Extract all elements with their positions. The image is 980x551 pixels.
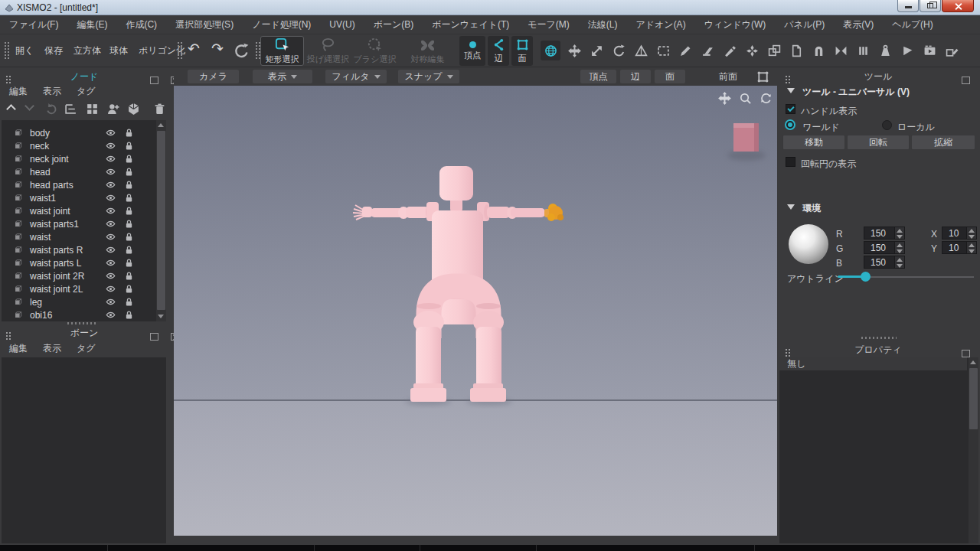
lock-icon[interactable]	[124, 128, 134, 138]
trash-icon[interactable]	[153, 103, 166, 116]
visibility-eye-icon[interactable]	[106, 297, 116, 307]
film-icon[interactable]	[923, 44, 936, 57]
sphere-button[interactable]: 球体	[109, 44, 128, 57]
chisel-icon[interactable]	[724, 44, 737, 57]
menu-panel[interactable]: パネル(P)	[784, 18, 825, 31]
pencil-icon[interactable]	[679, 44, 692, 57]
add-node-icon[interactable]	[107, 103, 120, 116]
lock-icon[interactable]	[124, 310, 134, 320]
spinner-arrows-icon[interactable]	[894, 227, 904, 239]
env-y-spinner[interactable]: 10	[942, 241, 977, 254]
menu-view[interactable]: 表示(V)	[843, 18, 874, 31]
brush-select-tool[interactable]: ブラシ選択	[353, 36, 397, 66]
spinner-arrows-icon[interactable]	[966, 227, 976, 239]
node-row[interactable]: waist	[2, 230, 156, 243]
node-menu-tag[interactable]: タグ	[77, 85, 96, 98]
panel-resize-handle[interactable]	[861, 337, 897, 339]
lock-icon[interactable]	[124, 258, 134, 268]
viewport-canvas[interactable]	[174, 86, 777, 536]
scale-button[interactable]: 拡縮	[911, 135, 975, 150]
cube-icon[interactable]	[127, 103, 140, 116]
menu-normal[interactable]: 法線(L)	[588, 18, 618, 31]
lock-icon[interactable]	[124, 232, 134, 242]
menu-file[interactable]: ファイル(F)	[9, 18, 58, 31]
edge-mode-button[interactable]: 辺	[488, 36, 509, 66]
visibility-eye-icon[interactable]	[106, 219, 116, 229]
menu-selection-process[interactable]: 選択部処理(S)	[175, 18, 234, 31]
node-menu-edit[interactable]: 編集	[9, 85, 28, 98]
spinner-arrows-icon[interactable]	[894, 256, 904, 268]
menu-node-process[interactable]: ノード処理(N)	[252, 18, 311, 31]
lock-icon[interactable]	[124, 193, 134, 203]
node-row[interactable]: waist joint 2R	[2, 269, 156, 282]
node-row[interactable]: waist parts R	[2, 243, 156, 256]
node-row[interactable]: waist joint 2L	[2, 282, 156, 295]
panel-resize-handle[interactable]	[67, 322, 98, 324]
visibility-eye-icon[interactable]	[106, 310, 116, 320]
lock-icon[interactable]	[124, 180, 134, 190]
menu-bone-weight[interactable]: ボーンウェイト(T)	[432, 18, 509, 31]
section-collapse-icon[interactable]	[787, 88, 795, 93]
properties-scrollbar[interactable]	[969, 357, 978, 543]
snap-dropdown[interactable]: スナップ	[398, 70, 459, 83]
scroll-up-icon[interactable]	[158, 123, 164, 127]
node-row[interactable]: head parts	[2, 178, 156, 191]
polygonize-button[interactable]: ポリゴン化	[139, 44, 185, 57]
pyramid-axis-icon[interactable]	[635, 44, 648, 57]
toolbar-grip[interactable]	[5, 42, 6, 44]
undo-arrow-icon[interactable]	[44, 103, 57, 116]
visibility-eye-icon[interactable]	[106, 128, 116, 138]
node-list-scrollbar[interactable]	[156, 120, 166, 321]
menu-uv[interactable]: UV(U)	[329, 19, 354, 30]
grip-bars-icon[interactable]	[857, 44, 870, 57]
cube-button[interactable]: 立方体	[74, 44, 101, 57]
rect-select-tool[interactable]: 矩形選択	[260, 36, 304, 66]
visibility-eye-icon[interactable]	[106, 167, 116, 177]
node-row[interactable]: body	[2, 126, 156, 139]
node-row[interactable]: leg	[2, 295, 156, 308]
lock-icon[interactable]	[124, 271, 134, 281]
lock-icon[interactable]	[124, 154, 134, 164]
rotate-tool-icon[interactable]	[612, 44, 626, 57]
visibility-eye-icon[interactable]	[106, 141, 116, 151]
tree-list-icon[interactable]	[64, 103, 77, 116]
menu-addon[interactable]: アドオン(A)	[636, 18, 686, 31]
open-button[interactable]: 開く	[15, 44, 34, 57]
eraser-icon[interactable]	[701, 44, 714, 57]
lock-icon[interactable]	[124, 219, 134, 229]
chevron-up-icon[interactable]	[6, 104, 16, 114]
env-r-spinner[interactable]: 150	[864, 227, 905, 240]
filter-dropdown[interactable]: フィルタ	[325, 70, 387, 83]
toolbar-grip[interactable]	[256, 42, 257, 44]
chevron-down-icon[interactable]	[24, 101, 34, 111]
move-tool-icon[interactable]	[568, 44, 581, 57]
lock-icon[interactable]	[124, 141, 134, 151]
face-mode-button[interactable]: 面	[511, 36, 533, 66]
scroll-down-icon[interactable]	[158, 315, 164, 318]
menu-window[interactable]: ウィンドウ(W)	[704, 18, 766, 31]
toolbar-grip[interactable]	[178, 42, 179, 44]
visibility-eye-icon[interactable]	[106, 154, 116, 164]
handle-display-checkbox[interactable]	[786, 104, 795, 114]
lock-icon[interactable]	[124, 297, 134, 307]
spinner-arrows-icon[interactable]	[966, 242, 976, 253]
outline-slider-handle[interactable]	[861, 272, 871, 282]
menu-create[interactable]: 作成(C)	[126, 18, 157, 31]
panel-maximize-icon[interactable]	[962, 350, 970, 357]
cross-petals-icon[interactable]	[746, 44, 759, 57]
visibility-eye-icon[interactable]	[106, 271, 116, 281]
rotate-button[interactable]: 回転	[847, 135, 910, 150]
bone-menu-view[interactable]: 表示	[43, 342, 61, 355]
environment-sphere-preview[interactable]	[789, 224, 828, 264]
lock-icon[interactable]	[124, 167, 134, 177]
camera-button[interactable]: カメラ	[188, 70, 239, 83]
panel-maximize-icon[interactable]	[150, 333, 158, 341]
lock-icon[interactable]	[124, 245, 134, 255]
pinch-icon[interactable]	[835, 44, 848, 57]
vp-edge-button[interactable]: 辺	[620, 70, 651, 83]
panel-maximize-icon[interactable]	[150, 77, 158, 84]
section-collapse-icon[interactable]	[787, 204, 795, 210]
close-button[interactable]	[942, 0, 974, 12]
visibility-eye-icon[interactable]	[106, 258, 116, 268]
vp-face-button[interactable]: 面	[655, 70, 685, 83]
